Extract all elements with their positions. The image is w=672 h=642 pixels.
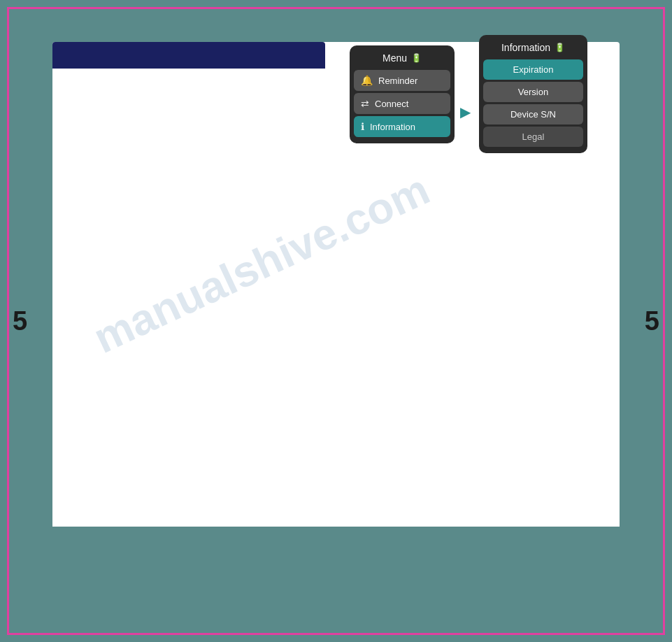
info-item-expiration[interactable]: Expiration: [483, 59, 583, 80]
menu-popup: Menu 🔋 🔔 Reminder ⇄ Connect ℹ Informatio…: [350, 45, 455, 143]
info-item-version[interactable]: Version: [483, 82, 583, 102]
menu-item-reminder[interactable]: 🔔 Reminder: [354, 70, 450, 91]
info-item-legal-label: Legal: [522, 131, 545, 142]
reminder-icon: 🔔: [361, 75, 373, 86]
menu-header: Menu 🔋: [354, 50, 450, 68]
right-page-number: 5: [645, 306, 659, 336]
menu-item-reminder-label: Reminder: [378, 76, 417, 86]
info-item-expiration-label: Expiration: [513, 64, 554, 75]
info-item-legal[interactable]: Legal: [483, 127, 583, 147]
connect-icon: ⇄: [361, 98, 369, 109]
menu-item-information-label: Information: [370, 122, 415, 132]
left-page-number: 5: [13, 306, 27, 336]
menu-battery-icon: 🔋: [411, 53, 422, 63]
info-title: Information: [501, 42, 550, 53]
info-header: Information 🔋: [483, 39, 583, 57]
info-battery-icon: 🔋: [555, 43, 565, 52]
menu-item-information[interactable]: ℹ Information: [354, 116, 450, 137]
info-item-version-label: Version: [518, 87, 548, 97]
menu-item-connect-label: Connect: [375, 99, 408, 109]
info-item-device-sn[interactable]: Device S/N: [483, 104, 583, 124]
info-item-device-sn-label: Device S/N: [510, 109, 556, 120]
header-bar: [52, 42, 325, 69]
info-popup: Information 🔋 Expiration Version Device …: [479, 35, 587, 153]
menu-arrow: ▶: [460, 104, 471, 120]
information-icon: ℹ: [361, 121, 364, 132]
menu-title: Menu: [383, 52, 407, 64]
menu-item-connect[interactable]: ⇄ Connect: [354, 93, 450, 114]
